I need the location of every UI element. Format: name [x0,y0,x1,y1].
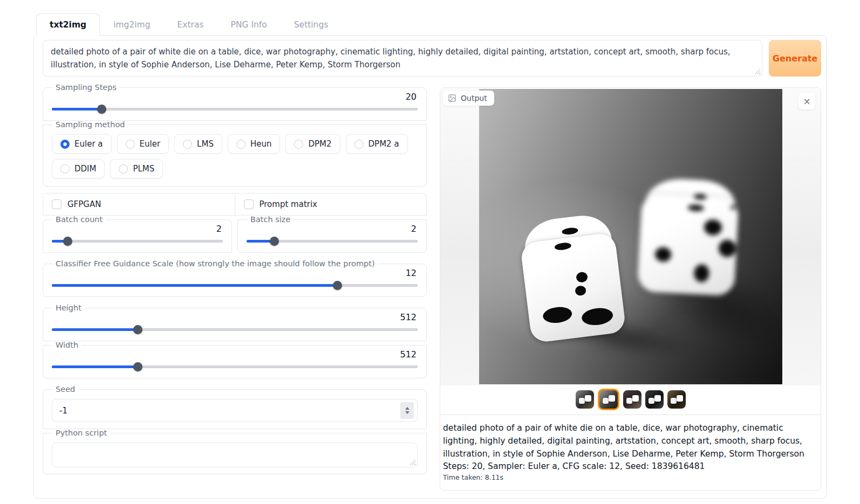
number-spinner[interactable] [400,402,414,419]
sampling-group: Sampling Steps 20 Sampling method [43,83,427,187]
prompt-input[interactable]: detailed photo of a pair of white die on… [43,40,762,77]
seed-field: Seed [43,385,427,429]
die-left [517,212,626,343]
radio-dpm2[interactable]: DPM2 [285,134,340,154]
radio-lms[interactable]: LMS [174,134,222,154]
sampling-method-label: Sampling method [53,120,127,129]
spinner-up-icon[interactable] [405,407,409,410]
width-field: Width 512 [43,341,427,378]
thumbnail-1[interactable] [576,390,594,409]
gfpgan-checkbox[interactable]: GFPGAN [43,194,235,215]
seed-label: Seed [53,385,78,393]
slider-handle[interactable] [270,237,279,246]
batch-count-slider[interactable] [52,237,223,246]
height-label: Height [53,303,84,312]
checkbox-row: GFPGAN Prompt matrix [43,193,427,216]
generated-image[interactable] [479,89,782,384]
prompt-matrix-checkbox[interactable]: Prompt matrix [235,194,427,215]
radio-label: PLMS [133,164,154,174]
slider-track[interactable] [52,240,223,243]
app-window: txt2img img2img Extras PNG Info Settings… [33,13,827,499]
height-slider[interactable] [52,325,418,334]
radio-ddim[interactable]: DDIM [52,159,105,178]
tab-extras[interactable]: Extras [164,13,217,36]
batch-group: GFPGAN Prompt matrix Batch count 2 [43,193,427,253]
sampling-steps-slider[interactable] [52,105,418,114]
slider-handle[interactable] [63,237,72,246]
batch-size-label: Batch size [248,215,293,224]
radio-icon[interactable] [119,164,128,174]
radio-label: DPM2 [308,139,331,149]
slider-handle[interactable] [333,281,342,290]
python-script-field: Python script [43,429,427,474]
thumbnail-3[interactable] [623,390,641,409]
cfg-scale-label: Classifier Free Guidance Scale (how stro… [53,259,378,268]
gfpgan-label: GFPGAN [67,199,101,209]
resize-handle-icon[interactable] [754,68,760,74]
thumbnail-4[interactable] [645,390,664,409]
radio-label: DDIM [74,164,96,174]
radio-euler[interactable]: Euler [117,134,169,154]
slider-handle[interactable] [133,325,142,334]
radio-plms[interactable]: PLMS [110,159,163,178]
slider-fill [52,365,138,368]
batch-size-slider[interactable] [247,237,418,246]
caption-prompt: detailed photo of a pair of white die on… [443,422,818,460]
seed-script-group: Seed Python script [43,385,427,474]
gallery-left-blur [440,88,479,385]
radio-dpm2-a[interactable]: DPM2 a [346,134,408,154]
seed-input[interactable] [59,406,167,416]
radio-icon[interactable] [60,164,70,174]
radio-euler-a[interactable]: Euler a [52,134,112,154]
thumbnail-5[interactable] [667,390,686,409]
batch-count-field: Batch count 2 [43,215,232,253]
radio-icon[interactable] [236,140,245,149]
batch-slider-row: Batch count 2 Batch size 2 [43,216,427,253]
close-icon[interactable]: × [798,93,815,109]
output-label: Output [461,94,487,102]
thumbnail-2-selected[interactable] [598,389,619,410]
tab-settings[interactable]: Settings [281,13,342,36]
spinner-down-icon[interactable] [405,411,409,414]
sampling-method-options: Euler a Euler LMS [52,130,418,179]
slider-handle[interactable] [133,362,142,371]
slider-track[interactable] [52,108,418,111]
radio-selected-icon[interactable] [60,140,70,149]
python-script-input[interactable] [52,443,418,467]
width-label: Width [53,341,81,349]
radio-icon[interactable] [126,140,135,149]
resize-handle-icon[interactable] [409,459,415,465]
cfg-scale-field: Classifier Free Guidance Scale (how stro… [43,259,427,297]
radio-icon[interactable] [294,140,303,149]
caption-params: Steps: 20, Sampler: Euler a, CFG scale: … [443,461,818,471]
sampling-steps-value: 20 [52,92,417,102]
radio-label: Heun [250,139,272,149]
output-panel: Output × [440,87,821,491]
prompt-text: detailed photo of a pair of white die on… [51,47,731,70]
gallery [440,88,821,385]
height-field: Height 512 [43,303,427,341]
batch-count-label: Batch count [53,215,105,224]
generate-button[interactable]: Generate [769,40,821,77]
slider-fill [52,108,101,111]
tab-content: detailed photo of a pair of white die on… [33,35,827,499]
sampling-method-field: Sampling method Euler a Euler [43,120,427,187]
checkbox-icon[interactable] [244,199,254,209]
tab-txt2img[interactable]: txt2img [36,13,100,36]
tab-img2img[interactable]: img2img [100,13,163,36]
caption-time-taken: Time taken: 8.11s [443,473,818,481]
radio-icon[interactable] [354,140,364,149]
batch-size-value: 2 [247,224,417,234]
width-slider[interactable] [52,362,418,371]
cfg-group: Classifier Free Guidance Scale (how stro… [43,259,427,297]
height-value: 512 [52,312,417,322]
batch-size-field: Batch size 2 [237,215,427,253]
radio-heun[interactable]: Heun [228,134,281,154]
radio-icon[interactable] [183,140,192,149]
slider-handle[interactable] [97,105,106,114]
checkbox-icon[interactable] [52,199,62,209]
batch-count-value: 2 [52,224,222,234]
cfg-scale-slider[interactable] [52,281,418,290]
die-right [637,177,740,296]
tab-png-info[interactable]: PNG Info [217,13,281,36]
